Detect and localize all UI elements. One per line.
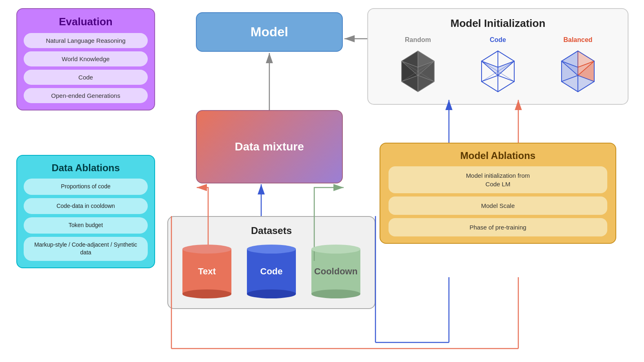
init-balanced-label: Balanced	[563, 36, 592, 44]
cylinder-text-body: Text	[182, 249, 231, 294]
cylinder-code-label: Code	[247, 266, 296, 277]
model-ablations-right-box: Model Ablations Model initialization fro…	[380, 143, 616, 244]
eval-item-oeg: Open-ended Generations	[24, 88, 148, 103]
cylinder-cooldown: Cooldown	[309, 245, 362, 298]
eval-item-nlr: Natural Language Reasoning	[24, 33, 148, 48]
cylinder-text-top	[182, 245, 231, 254]
data-mixture-title: Data mixture	[235, 140, 304, 153]
eval-item-code: Code	[24, 70, 148, 85]
ablation-item-3: Markup-style / Code-adjacent / Synthetic…	[24, 237, 148, 261]
cylinder-code-body: Code	[247, 249, 296, 294]
cylinder-code-bottom	[247, 289, 296, 298]
random-icosahedron-icon	[393, 47, 442, 96]
cylinder-cooldown-body: Cooldown	[311, 249, 360, 294]
cylinder-cooldown-top	[311, 245, 360, 254]
init-code-label: Code	[490, 36, 506, 44]
cylinders-row: Text Code Cooldown	[175, 245, 368, 298]
eval-item-wk: World Knowledge	[24, 51, 148, 66]
data-ablations-left-title: Data Ablations	[24, 162, 148, 174]
ablation-item-0: Proportions of code	[24, 179, 148, 195]
datasets-title: Datasets	[175, 225, 368, 236]
mablation-item-0: Model initialization fromCode LM	[389, 166, 607, 193]
data-ablations-left-box: Data Ablations Proportions of code Code-…	[16, 155, 155, 268]
ablation-item-1: Code-data in cooldown	[24, 198, 148, 214]
model-init-title: Model Initialization	[378, 17, 618, 30]
model-box: Model	[196, 12, 343, 52]
model-ablations-right-title: Model Ablations	[389, 150, 607, 161]
cylinder-text: Text	[180, 245, 233, 298]
cylinder-text-bottom	[182, 289, 231, 298]
mablation-item-1: Model Scale	[389, 196, 607, 215]
cylinder-cooldown-bottom	[311, 289, 360, 298]
init-icons-row: Random Code	[378, 36, 618, 96]
init-balanced-col: Balanced	[553, 36, 602, 96]
cylinder-code: Code	[245, 245, 298, 298]
model-title: Model	[203, 24, 335, 40]
svg-marker-20	[482, 75, 498, 92]
mablation-item-2: Phase of pre-training	[389, 218, 607, 236]
ablation-item-2: Token budget	[24, 217, 148, 234]
svg-marker-17	[498, 61, 514, 75]
evaluation-box: Evaluation Natural Language Reasoning Wo…	[16, 8, 155, 110]
svg-marker-18	[482, 61, 498, 75]
cylinder-code-top	[247, 245, 296, 254]
cylinder-cooldown-label: Cooldown	[311, 266, 360, 277]
init-random-col: Random	[393, 36, 442, 96]
data-mixture-box: Data mixture	[196, 110, 343, 183]
balanced-icosahedron-icon	[553, 47, 602, 96]
code-icosahedron-icon	[473, 47, 522, 96]
model-init-box: Model Initialization Random	[367, 8, 628, 105]
datasets-box: Datasets Text Code	[167, 216, 375, 309]
init-code-col: Code	[473, 36, 522, 96]
evaluation-title: Evaluation	[24, 15, 148, 28]
svg-marker-19	[498, 75, 514, 92]
cylinder-text-label: Text	[182, 266, 231, 277]
diagram-container: Evaluation Natural Language Reasoning Wo…	[0, 0, 644, 362]
init-random-label: Random	[405, 36, 431, 44]
